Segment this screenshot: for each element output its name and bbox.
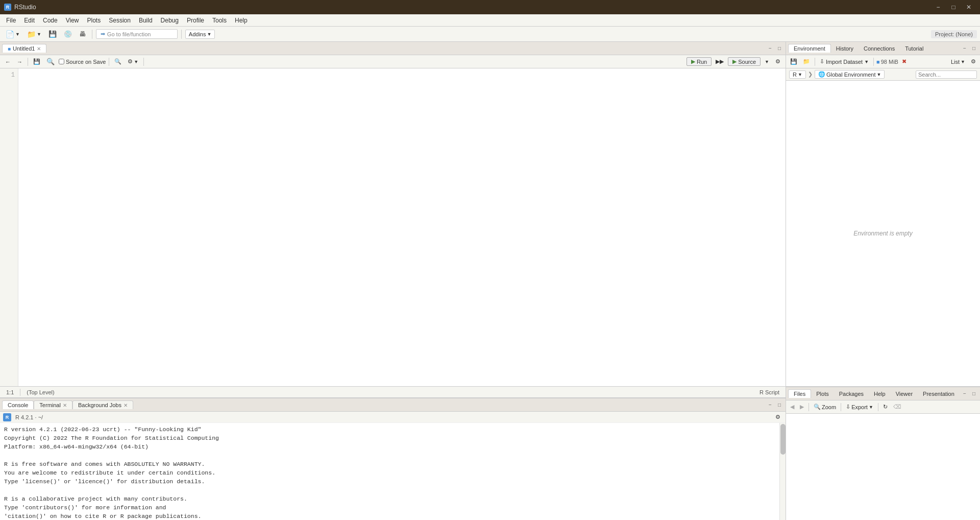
menu-file[interactable]: File bbox=[2, 16, 20, 25]
source-on-save-label[interactable]: Source on Save bbox=[59, 59, 106, 65]
clear-env-button[interactable]: ✖ bbox=[900, 58, 909, 65]
run-next-icon: ▶▶ bbox=[716, 58, 724, 65]
import-dataset-button[interactable]: ⇩ Import Dataset ▼ bbox=[818, 58, 871, 65]
plots-forward-button[interactable]: ▶ bbox=[798, 403, 806, 411]
source-button[interactable]: ▶ Source bbox=[728, 57, 761, 66]
plots-clear-button[interactable]: ⌫ bbox=[891, 403, 903, 411]
main-area: ■ Untitled1 ✕ − □ ← → bbox=[0, 42, 980, 520]
search-code-button[interactable]: 🔍 bbox=[112, 58, 124, 65]
env-load-icon: 📁 bbox=[803, 58, 810, 65]
history-tab-label: History bbox=[836, 45, 853, 52]
r-selector-dropdown: ▼ bbox=[798, 72, 802, 77]
editor-minimize-button[interactable]: − bbox=[766, 44, 774, 53]
export-dropdown-icon: ▼ bbox=[869, 405, 873, 410]
print-button[interactable]: 🖶 bbox=[77, 29, 88, 39]
plots-back-button[interactable]: ◀ bbox=[788, 403, 796, 411]
env-load-button[interactable]: 📁 bbox=[801, 58, 812, 65]
editor-options-button[interactable]: ⚙ bbox=[773, 58, 782, 65]
menu-tools[interactable]: Tools bbox=[208, 16, 231, 25]
source-dropdown-button[interactable]: ▼ bbox=[763, 59, 771, 65]
new-file-icon: 📄 bbox=[6, 30, 14, 38]
env-tab-connections[interactable]: Connections bbox=[859, 44, 900, 53]
global-env-label: Global Environment bbox=[826, 72, 876, 78]
terminal-tab-close[interactable]: ✕ bbox=[63, 403, 67, 408]
export-button[interactable]: ⇩ Export ▼ bbox=[844, 403, 875, 411]
files-tab-packages[interactable]: Packages bbox=[834, 390, 869, 398]
export-icon: ⇩ bbox=[846, 404, 850, 410]
undo-button[interactable]: ← bbox=[3, 58, 13, 65]
menu-view[interactable]: View bbox=[62, 16, 83, 25]
redo-button[interactable]: → bbox=[15, 58, 24, 65]
find-replace-button[interactable]: 🔍 bbox=[44, 57, 57, 66]
close-button[interactable]: ✕ bbox=[962, 2, 976, 12]
list-view-button[interactable]: List ▼ bbox=[949, 58, 967, 65]
editor-maximize-button[interactable]: □ bbox=[775, 44, 783, 53]
environment-tabs-bar: Environment History Connections Tutorial… bbox=[786, 42, 980, 55]
run-button[interactable]: ▶ Run bbox=[687, 57, 712, 66]
console-scrollbar[interactable] bbox=[779, 423, 786, 520]
save-all-button[interactable]: 💿 bbox=[61, 29, 75, 39]
source-on-save-checkbox[interactable] bbox=[59, 59, 64, 64]
env-minimize-button[interactable]: − bbox=[961, 44, 969, 53]
console-minimize-button[interactable]: − bbox=[766, 401, 774, 409]
background-jobs-tab-close[interactable]: ✕ bbox=[124, 403, 128, 408]
editor-statusbar: 1:1 (Top Level) R Script bbox=[0, 386, 786, 397]
goto-arrow-icon: ➡ bbox=[101, 31, 105, 37]
files-tab-viewer[interactable]: Viewer bbox=[891, 390, 918, 398]
r-selector-button[interactable]: R ▼ bbox=[789, 70, 806, 79]
open-file-button[interactable]: 📁 ▼ bbox=[24, 29, 44, 39]
files-tab-help[interactable]: Help bbox=[869, 390, 891, 398]
menu-build[interactable]: Build bbox=[135, 16, 157, 25]
console-maximize-button[interactable]: □ bbox=[775, 401, 783, 409]
env-maximize-button[interactable]: □ bbox=[970, 44, 978, 53]
menu-edit[interactable]: Edit bbox=[20, 16, 39, 25]
console-tab-console[interactable]: Console bbox=[2, 400, 34, 409]
save-file-button[interactable]: 💾 bbox=[46, 29, 59, 39]
script-type[interactable]: R Script bbox=[757, 389, 781, 395]
env-tab-tutorial[interactable]: Tutorial bbox=[900, 44, 928, 53]
env-tab-environment[interactable]: Environment bbox=[788, 44, 831, 53]
maximize-button[interactable]: □ bbox=[946, 2, 961, 12]
code-tools-button[interactable]: ⚙ ▼ bbox=[126, 58, 140, 65]
plots-refresh-button[interactable]: ↻ bbox=[881, 403, 890, 411]
print-icon: 🖶 bbox=[79, 30, 86, 38]
files-minimize-button[interactable]: − bbox=[961, 390, 969, 398]
console-options-button[interactable]: ⚙ bbox=[773, 413, 782, 421]
env-tab-history[interactable]: History bbox=[831, 44, 859, 53]
files-tab-files[interactable]: Files bbox=[788, 389, 811, 398]
zoom-button[interactable]: 🔍 Zoom bbox=[812, 403, 838, 411]
menu-debug[interactable]: Debug bbox=[157, 16, 183, 25]
global-env-button[interactable]: 🌐 Global Environment ▼ bbox=[815, 70, 885, 79]
menu-code[interactable]: Code bbox=[39, 16, 62, 25]
editor-tab-untitled1[interactable]: ■ Untitled1 ✕ bbox=[2, 44, 46, 53]
menu-session[interactable]: Session bbox=[105, 16, 135, 25]
plots-refresh-icon: ↻ bbox=[883, 404, 888, 410]
addins-button[interactable]: Addins ▼ bbox=[185, 30, 215, 39]
menu-plots[interactable]: Plots bbox=[83, 16, 105, 25]
console-inner: R version 4.2.1 (2022-06-23 ucrt) -- "Fu… bbox=[0, 423, 786, 520]
console-output[interactable]: R version 4.2.1 (2022-06-23 ucrt) -- "Fu… bbox=[0, 423, 779, 520]
run-next-button[interactable]: ▶▶ bbox=[714, 58, 726, 65]
env-save-button[interactable]: 💾 bbox=[788, 58, 799, 65]
menu-help[interactable]: Help bbox=[231, 16, 252, 25]
files-maximize-button[interactable]: □ bbox=[970, 390, 978, 398]
source-label: Source bbox=[738, 59, 756, 65]
env-search-input[interactable] bbox=[916, 70, 977, 79]
viewer-tab-label: Viewer bbox=[896, 391, 913, 397]
new-file-button[interactable]: 📄 ▼ bbox=[3, 29, 22, 39]
editor-pane-controls: − □ bbox=[766, 44, 783, 53]
env-options-button[interactable]: ⚙ bbox=[969, 58, 978, 65]
menu-profile[interactable]: Profile bbox=[183, 16, 208, 25]
clear-env-icon: ✖ bbox=[902, 58, 906, 65]
files-tab-presentation[interactable]: Presentation bbox=[918, 390, 960, 398]
minimize-button[interactable]: − bbox=[931, 2, 945, 12]
console-tab-terminal[interactable]: Terminal ✕ bbox=[34, 400, 72, 409]
editor-tab-close[interactable]: ✕ bbox=[37, 46, 41, 52]
code-content[interactable] bbox=[18, 68, 786, 386]
code-level[interactable]: (Top Level) bbox=[24, 389, 56, 395]
console-tab-background-jobs[interactable]: Background Jobs ✕ bbox=[72, 400, 133, 409]
goto-file-input[interactable]: ➡ Go to file/function bbox=[96, 29, 178, 39]
cursor-position[interactable]: 1:1 bbox=[4, 389, 16, 395]
files-tab-plots[interactable]: Plots bbox=[811, 390, 834, 398]
save-editor-button[interactable]: 💾 bbox=[31, 58, 42, 65]
